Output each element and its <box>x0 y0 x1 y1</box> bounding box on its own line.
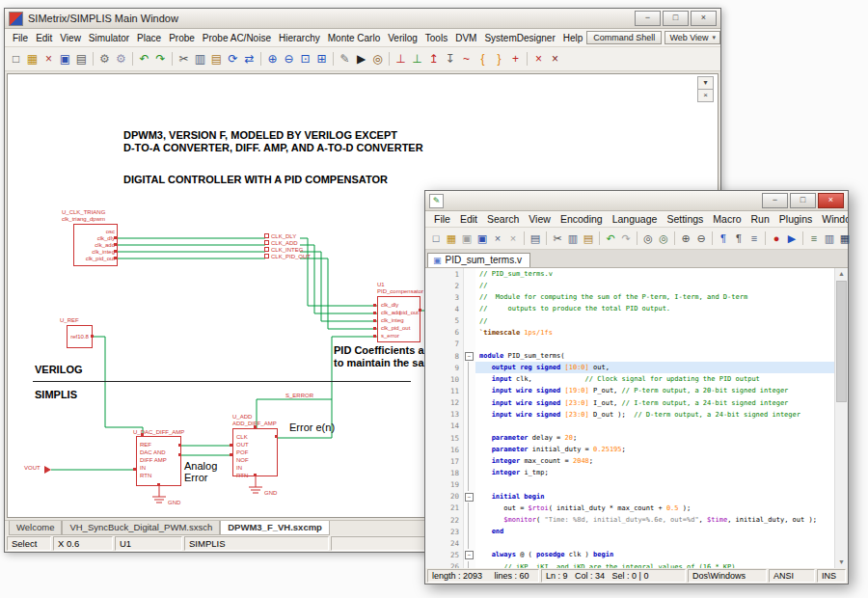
find-icon[interactable]: ◎ <box>640 231 656 246</box>
npp-menu-encoding[interactable]: Encoding <box>556 213 608 225</box>
npp-menu-window[interactable]: Window <box>817 213 848 225</box>
fold-margin[interactable] <box>464 315 475 327</box>
code-line[interactable]: 17 integer max_count = 2048; <box>425 455 835 467</box>
document-map-icon[interactable]: ▥ <box>822 231 837 246</box>
fold-margin[interactable] <box>464 467 475 478</box>
code-line[interactable]: 10 input clk, // Clock signal for updati… <box>425 373 835 385</box>
menu-dvm[interactable]: DVM <box>451 33 480 43</box>
menu-place[interactable]: Place <box>133 33 165 43</box>
zoom-in-icon[interactable]: ⊕ <box>678 231 693 246</box>
component-u1-pid[interactable]: clk_dlyclk_addclk_integclk_pid_outs_erro… <box>377 296 420 342</box>
fold-margin[interactable]: − <box>464 350 475 362</box>
fold-margin[interactable]: − <box>464 549 475 560</box>
fold-margin[interactable] <box>464 503 475 514</box>
redo-icon[interactable]: ↷ <box>618 231 634 246</box>
save-icon[interactable]: ▣ <box>459 231 475 246</box>
tab-pid-sum-terms[interactable]: ▣ PID_sum_terms.v <box>427 253 530 267</box>
new-schematic-icon[interactable]: □ <box>8 51 24 68</box>
maximize-button[interactable]: □ <box>663 11 689 26</box>
rotate-icon[interactable]: ⟳ <box>225 51 241 68</box>
npp-menu-language[interactable]: Language <box>608 213 663 225</box>
monitor-icon[interactable]: ▦ <box>837 231 853 246</box>
copy-icon[interactable]: ▥ <box>565 231 581 246</box>
fold-margin[interactable] <box>464 280 475 291</box>
menu-tools[interactable]: Tools <box>421 33 451 43</box>
npp-maximize-button[interactable]: □ <box>790 193 816 208</box>
code-line[interactable]: 19 <box>425 479 835 491</box>
paste-icon[interactable]: ▤ <box>208 51 225 68</box>
code-line[interactable]: 24 <box>425 537 835 549</box>
command-shell-button[interactable]: Command Shell <box>586 31 662 44</box>
component-u-add[interactable]: CLKOUTPOFNOFINRTN <box>232 428 278 476</box>
redo-icon[interactable]: ↷ <box>152 51 169 68</box>
code-line[interactable]: 23 end <box>425 526 835 537</box>
doc-tab-dpwm3-f-vh-sxcmp[interactable]: DPWM3_F_VH.sxcmp <box>220 521 330 535</box>
fold-margin[interactable] <box>464 561 475 568</box>
component-u-ref[interactable]: ref10.8 <box>67 325 93 348</box>
zoom-fit-icon[interactable]: ⊡ <box>297 51 313 68</box>
clk-connector[interactable]: CLK_DLYCLK_ADDCLK_INTEGCLK_PID_OUT <box>264 232 311 259</box>
run-simulation-icon[interactable]: ▶ <box>353 51 369 68</box>
main-titlebar[interactable]: SIMetrix/SIMPLIS Main Window − □ × <box>5 9 720 29</box>
code-line[interactable]: 13 input wire signed [23:0] D_out ); // … <box>425 409 835 421</box>
component-clk-generator[interactable]: oscclk_dlyclk_addclk_integclk_pid_out <box>73 224 118 266</box>
code-line[interactable]: 11 input wire signed [19:0] P_out, // P-… <box>425 385 835 396</box>
code-line[interactable]: 6`timescale 1ps/1fs <box>425 327 835 339</box>
delete-all-probes-icon[interactable]: × <box>547 51 563 68</box>
code-line[interactable]: 1// PID_sum_terms.v <box>425 268 835 280</box>
web-view-select[interactable]: Web View ▾ <box>665 31 720 44</box>
open-file-icon[interactable]: ▦ <box>24 51 41 68</box>
voltage-probe-icon[interactable]: ⊥ <box>393 51 409 68</box>
menu-verilog[interactable]: Verilog <box>384 33 421 43</box>
npp-minimize-button[interactable]: − <box>762 193 788 208</box>
code-line[interactable]: 7 <box>425 339 835 350</box>
fold-margin[interactable] <box>464 303 475 314</box>
fold-margin[interactable] <box>464 327 475 339</box>
show-all-characters-icon[interactable]: ¶ <box>731 231 746 246</box>
fold-collapse-icon[interactable]: − <box>465 352 474 361</box>
code-line[interactable]: 25− always @ ( posedge clk ) begin <box>425 549 835 560</box>
code-line[interactable]: 3// Module for computing the sum of the … <box>425 291 835 303</box>
simulator-gear-icon[interactable]: ⚙ <box>113 51 129 68</box>
draw-wire-pencil-icon[interactable]: ✎ <box>337 51 353 68</box>
open-file-icon[interactable]: ▦ <box>444 231 459 246</box>
minimize-button[interactable]: − <box>635 11 661 26</box>
fold-margin[interactable] <box>464 444 475 455</box>
menu-simulator[interactable]: Simulator <box>85 33 133 43</box>
fold-margin[interactable] <box>464 373 475 385</box>
fold-margin[interactable] <box>464 514 475 526</box>
indent-guide-icon[interactable]: ≡ <box>746 231 762 246</box>
undo-icon[interactable]: ↶ <box>136 51 152 68</box>
diff-probe-icon[interactable]: ~ <box>458 51 475 68</box>
npp-menu-search[interactable]: Search <box>482 213 524 225</box>
print-icon[interactable]: ▤ <box>528 231 543 246</box>
fix-probe-icon[interactable]: + <box>507 51 524 68</box>
fold-margin[interactable] <box>464 537 475 549</box>
code-line[interactable]: 21 out = $rtoi( initial_duty * max_count… <box>425 503 835 514</box>
fold-margin[interactable] <box>464 526 475 537</box>
fold-margin[interactable] <box>464 339 475 350</box>
npp-menu-macro[interactable]: Macro <box>708 213 746 225</box>
npp-close-button[interactable]: × <box>818 193 844 208</box>
menu-monte-carlo[interactable]: Monte Carlo <box>324 33 384 43</box>
fold-collapse-icon[interactable]: − <box>465 551 474 559</box>
fold-collapse-icon[interactable]: − <box>465 493 474 502</box>
record-macro-icon[interactable]: ● <box>769 231 784 246</box>
copy-icon[interactable]: ▥ <box>192 51 208 68</box>
print-icon[interactable]: ▤ <box>73 51 90 68</box>
cut-icon[interactable]: ✂ <box>176 51 192 68</box>
fold-margin[interactable] <box>464 479 475 491</box>
close-button[interactable]: × <box>691 11 717 26</box>
scroll-up-icon[interactable]: ▲ <box>835 268 848 280</box>
word-wrap-icon[interactable]: ¶ <box>716 231 731 246</box>
scrollbar-thumb[interactable] <box>836 281 847 402</box>
npp-menu-view[interactable]: View <box>524 213 556 225</box>
code-editor[interactable]: 1// PID_sum_terms.v2//3// Module for com… <box>425 268 848 568</box>
fold-margin[interactable] <box>464 409 475 421</box>
code-line[interactable]: 8−module PID_sum_terms( <box>425 350 835 362</box>
fold-margin[interactable] <box>464 385 475 396</box>
save-all-icon[interactable]: ▣ <box>475 231 490 246</box>
fold-margin[interactable] <box>464 362 475 373</box>
npp-menu-settings[interactable]: Settings <box>662 213 708 225</box>
brace-close-icon[interactable]: } <box>491 51 507 68</box>
